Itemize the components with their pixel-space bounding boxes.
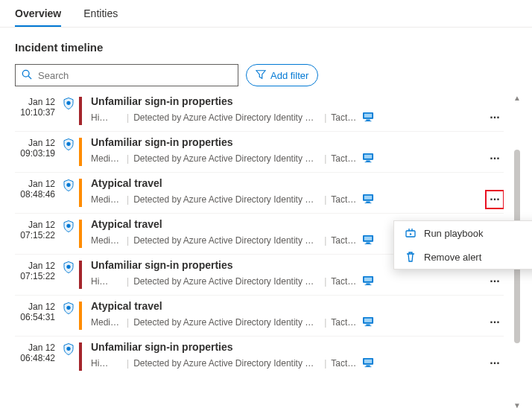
timestamp: Jan 12 08:48:46 xyxy=(15,177,58,208)
severity-bar xyxy=(79,138,82,166)
tactics-label: Tacti… xyxy=(331,235,358,246)
svg-rect-15 xyxy=(367,201,370,203)
timestamp: Jan 12 06:48:42 xyxy=(15,341,58,372)
detected-by: Detected by Azure Active Directory Ident… xyxy=(133,276,320,287)
tab-overview[interactable]: Overview xyxy=(15,0,61,27)
svg-point-0 xyxy=(22,70,29,77)
svg-rect-24 xyxy=(364,277,373,281)
alert-type-icon xyxy=(58,218,79,249)
svg-rect-6 xyxy=(365,121,372,121)
timeline-row[interactable]: Jan 12 09:03:19 Unfamiliar sign-in prope… xyxy=(15,132,504,173)
search-input[interactable] xyxy=(38,70,232,81)
svg-point-7 xyxy=(66,142,70,146)
alert-type-icon xyxy=(58,259,79,290)
severity-label: Hi… xyxy=(91,276,122,287)
severity-bar xyxy=(79,220,82,248)
detected-by: Detected by Azure Active Directory Ident… xyxy=(133,235,320,246)
alert-title: Unfamiliar sign-in properties xyxy=(91,136,233,148)
alert-title: Atypical travel xyxy=(91,177,162,189)
menu-remove-alert[interactable]: Remove alert xyxy=(394,245,532,269)
alert-title: Unfamiliar sign-in properties xyxy=(91,341,233,353)
context-menu: Run playbook Remove alert xyxy=(393,220,532,270)
alert-type-icon xyxy=(58,95,79,127)
alert-title: Unfamiliar sign-in properties xyxy=(91,95,233,107)
svg-rect-35 xyxy=(367,365,370,366)
host-icon xyxy=(362,153,374,165)
tactics-label: Tacti… xyxy=(331,317,358,328)
timestamp: Jan 12 07:15:22 xyxy=(15,259,58,290)
svg-point-12 xyxy=(66,183,70,187)
severity-label: Hi… xyxy=(91,358,122,369)
timestamp: Jan 12 06:54:31 xyxy=(15,300,58,331)
svg-point-2 xyxy=(66,101,70,105)
timestamp: Jan 12 09:03:19 xyxy=(15,136,58,168)
severity-label: Medi… xyxy=(91,153,122,164)
svg-rect-16 xyxy=(365,203,372,203)
severity-label: Hi… xyxy=(91,112,122,123)
add-filter-button[interactable]: Add filter xyxy=(246,64,318,86)
host-icon xyxy=(362,357,374,370)
more-actions-button[interactable]: ··· xyxy=(486,272,504,290)
timeline-row[interactable]: Jan 12 10:10:37 Unfamiliar sign-in prope… xyxy=(15,91,504,132)
more-actions-button[interactable]: ··· xyxy=(486,191,504,208)
svg-rect-34 xyxy=(364,359,373,363)
scroll-up-arrow[interactable]: ▲ xyxy=(513,94,521,102)
tactics-label: Tacti… xyxy=(331,358,358,369)
more-actions-button[interactable]: ··· xyxy=(486,354,504,372)
host-icon xyxy=(362,275,374,288)
more-actions-button[interactable]: ··· xyxy=(486,313,504,331)
svg-point-17 xyxy=(66,224,70,228)
alert-type-icon xyxy=(58,341,79,372)
alert-type-icon xyxy=(58,136,79,168)
svg-line-1 xyxy=(28,76,31,79)
severity-bar xyxy=(79,302,82,330)
timestamp: Jan 12 07:15:22 xyxy=(15,218,58,249)
playbook-icon xyxy=(405,227,417,239)
host-icon xyxy=(362,194,374,206)
tabs: Overview Entities xyxy=(0,0,532,28)
severity-bar xyxy=(79,179,82,207)
svg-point-32 xyxy=(66,347,70,351)
alert-type-icon xyxy=(58,300,79,331)
svg-rect-4 xyxy=(364,113,373,117)
alert-title: Atypical travel xyxy=(91,300,162,312)
svg-rect-21 xyxy=(365,243,372,244)
severity-bar xyxy=(79,261,82,289)
detected-by: Detected by Azure Active Directory Ident… xyxy=(133,358,320,369)
scroll-down-arrow[interactable]: ▼ xyxy=(513,401,521,408)
search-icon xyxy=(22,69,32,82)
detected-by: Detected by Azure Active Directory Ident… xyxy=(133,153,320,164)
svg-point-27 xyxy=(66,306,70,310)
tab-entities[interactable]: Entities xyxy=(83,0,118,27)
tactics-label: Tacti… xyxy=(331,153,358,164)
svg-rect-9 xyxy=(364,154,373,158)
search-box[interactable] xyxy=(15,64,238,86)
add-filter-label: Add filter xyxy=(270,70,308,81)
timeline-row[interactable]: Jan 12 08:48:46 Atypical travel Medi… | … xyxy=(15,173,504,214)
svg-rect-26 xyxy=(365,284,372,285)
svg-rect-11 xyxy=(365,162,372,162)
more-actions-button[interactable]: ··· xyxy=(486,150,504,168)
svg-point-22 xyxy=(66,265,70,269)
tactics-label: Tacti… xyxy=(331,112,358,123)
svg-rect-14 xyxy=(364,195,373,199)
section-title: Incident timeline xyxy=(15,41,525,54)
svg-rect-10 xyxy=(367,160,370,162)
svg-rect-30 xyxy=(367,324,370,325)
filter-icon xyxy=(256,69,266,82)
svg-rect-29 xyxy=(364,318,373,322)
menu-run-playbook[interactable]: Run playbook xyxy=(394,221,532,245)
menu-run-playbook-label: Run playbook xyxy=(424,228,484,239)
detected-by: Detected by Azure Active Directory Ident… xyxy=(133,194,320,205)
timeline-row[interactable]: Jan 12 06:54:31 Atypical travel Medi… | … xyxy=(15,296,504,337)
svg-rect-25 xyxy=(367,283,370,284)
timestamp: Jan 12 10:10:37 xyxy=(15,95,58,127)
more-actions-button[interactable]: ··· xyxy=(486,109,504,127)
timeline-row[interactable]: Jan 12 06:48:42 Unfamiliar sign-in prope… xyxy=(15,337,504,377)
severity-label: Medi… xyxy=(91,235,122,246)
severity-label: Medi… xyxy=(91,194,122,205)
tactics-label: Tacti… xyxy=(331,194,358,205)
detected-by: Detected by Azure Active Directory Ident… xyxy=(133,112,320,123)
host-icon xyxy=(362,235,374,247)
severity-bar xyxy=(79,97,82,125)
